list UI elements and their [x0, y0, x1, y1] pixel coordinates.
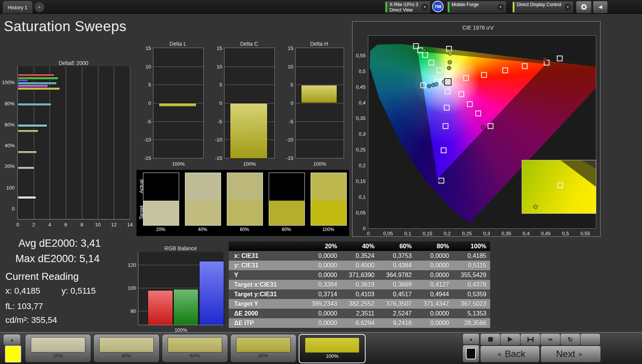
- gridline: [225, 66, 274, 67]
- bar-white-100: [18, 196, 36, 199]
- gear-icon: [580, 5, 588, 12]
- table-cell: 0,4000: [341, 261, 378, 270]
- pattern-swatch-button-100%[interactable]: 100%: [299, 334, 366, 363]
- target-marker: [420, 83, 426, 88]
- target-marker: [467, 101, 472, 107]
- y-tick-label: 0,45: [356, 84, 366, 90]
- actual-swatch: [311, 173, 346, 201]
- pattern-swatch-color: [99, 337, 154, 352]
- display-control-name: Direct Display Control: [517, 2, 561, 7]
- table-cell: 382,2552: [341, 299, 378, 309]
- table-row-label: ΔE 2000: [229, 309, 304, 318]
- inset-target-marker: [557, 182, 563, 188]
- y-tick-label: 0,05: [356, 210, 366, 216]
- pattern-swatch-button-60%[interactable]: 60%: [162, 334, 228, 362]
- y-tick-label: 40%: [5, 143, 15, 148]
- x-tick-label: 14: [127, 222, 133, 228]
- expand-transport-button[interactable]: ▲: [462, 333, 479, 345]
- gridline: [66, 66, 66, 219]
- none-button[interactable]: [580, 333, 600, 346]
- target-marker: [436, 68, 442, 73]
- y-tick-label: 0,55: [356, 52, 366, 58]
- pattern-swatch-label: 40%: [94, 353, 159, 359]
- display-status-indicator: [513, 2, 514, 12]
- cie-plot: 00,050,10,150,20,250,30,350,40,450,50,55…: [368, 35, 596, 229]
- target-marker: [557, 55, 562, 61]
- table-header-cell: [229, 241, 304, 251]
- x-axis-label: 100%: [243, 161, 256, 167]
- x-tick-label: 0,3: [483, 231, 490, 236]
- avg-de2000-stat: Avg dE2000: 3,41: [18, 238, 101, 249]
- table-row: ΔE ITP0,00006,62949,24180,000028,3566: [229, 318, 490, 328]
- tab-history-1[interactable]: History 1: [3, 1, 32, 13]
- table-header-cell: 60%: [378, 241, 416, 251]
- table-cell: 0,0000: [416, 270, 453, 280]
- chevron-down-icon[interactable]: ▼: [564, 4, 571, 11]
- compare-swatch-label: 40%: [185, 227, 220, 232]
- infinity-icon: ∞: [548, 336, 552, 343]
- meter-name: X-Rite i1Pro 3: [389, 2, 418, 7]
- current-cdm2-value: cd/m²: 355,54: [5, 315, 57, 325]
- loop-button[interactable]: ↻: [560, 333, 580, 346]
- expand-pattern-list-button[interactable]: ▲: [3, 334, 21, 346]
- collapse-panel-button[interactable]: ◀: [593, 1, 608, 13]
- display-control-dropdown[interactable]: Direct Display Control ▼: [512, 1, 574, 13]
- target-marker: [445, 88, 451, 94]
- range-button[interactable]: [520, 333, 541, 346]
- y-tick-label: 80%: [5, 101, 15, 106]
- chevron-down-icon[interactable]: ▼: [497, 4, 504, 11]
- table-cell: 0,3619: [341, 280, 378, 289]
- table-cell: 0,4378: [453, 280, 490, 289]
- deltae2000-chart-title: DeltaE 2000: [58, 60, 88, 66]
- table-cell: 2,5247: [378, 309, 416, 318]
- infinite-button[interactable]: ∞: [540, 333, 561, 346]
- rgb-balance-chart-title: RGB Balance: [165, 245, 197, 251]
- chevron-down-icon[interactable]: ▼: [421, 4, 428, 11]
- cie-zoom-inset: [522, 160, 596, 214]
- add-tab-button[interactable]: +: [35, 2, 44, 12]
- target-marker: [488, 123, 494, 129]
- table-row-label: Target Y: [229, 299, 304, 309]
- pattern-window-button[interactable]: [462, 345, 479, 362]
- table-row: Target Y389,2343382,2552376,3507371,4347…: [229, 299, 490, 309]
- y-tick-label: 10: [217, 63, 222, 69]
- next-button-label: Next: [556, 349, 575, 359]
- pattern-swatch-button-40%[interactable]: 40%: [93, 334, 160, 362]
- table-header-cell: 40%: [341, 241, 378, 251]
- y-tick-label: 0,2: [359, 163, 366, 168]
- table-cell: 0,0000: [304, 318, 341, 328]
- target-swatch: [269, 201, 304, 225]
- y-tick-label: 15: [146, 45, 151, 51]
- rgb-balance-plot: 12010080100%: [138, 252, 223, 325]
- play-button[interactable]: [500, 333, 521, 346]
- table-cell: 0,0000: [416, 309, 453, 318]
- back-button[interactable]: « Back: [480, 346, 540, 362]
- target-swatch: [311, 201, 346, 225]
- pattern-swatch-button-20%[interactable]: 20%: [25, 334, 91, 362]
- x-tick-label: 0,35: [501, 231, 511, 236]
- source-dropdown[interactable]: Mobile Forge ▼: [447, 1, 506, 13]
- x-tick-label: 0,1: [404, 231, 411, 236]
- measurement-table: 20%40%60%80%100%x: CIE310,00000,35240,37…: [229, 241, 490, 328]
- table-cell: 0,3384: [304, 280, 341, 289]
- next-button[interactable]: Next »: [541, 346, 601, 362]
- settings-button[interactable]: [576, 1, 592, 13]
- pattern-swatch-button-80%[interactable]: 80%: [230, 334, 296, 362]
- compare-swatch: [185, 173, 221, 226]
- bar-yellow-60: [18, 130, 38, 133]
- x-tick-label: 2: [32, 222, 35, 228]
- target-swatch: [143, 201, 179, 225]
- y-tick-label: -10: [215, 137, 222, 143]
- loop-icon: ↻: [568, 336, 573, 343]
- y-tick-label: -5: [289, 118, 293, 124]
- y-tick-label: 0: [148, 100, 151, 106]
- target-marker: [459, 91, 464, 97]
- back-button-label: Back: [505, 349, 525, 359]
- meter-dropdown[interactable]: X-Rite i1Pro 3 Direct View ▼: [384, 1, 431, 13]
- target-marker: [481, 72, 487, 78]
- x-tick-label: 0,25: [462, 231, 472, 236]
- meter-mode: Direct View: [389, 7, 412, 13]
- table-cell: 2,3511: [341, 309, 378, 318]
- stop-button[interactable]: [480, 333, 501, 346]
- pattern-swatch-color: [305, 337, 359, 353]
